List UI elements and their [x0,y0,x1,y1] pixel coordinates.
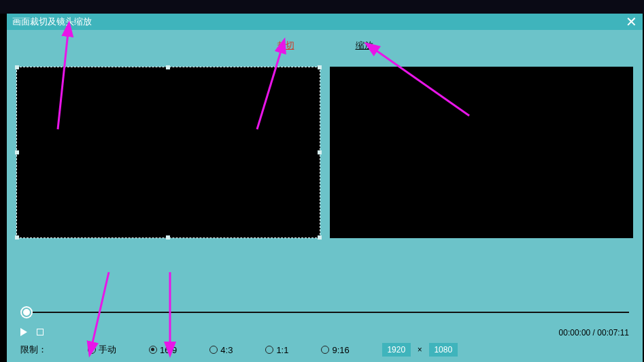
ratio-label: 9:16 [332,345,349,355]
radio-icon [149,346,157,354]
radio-icon [88,346,96,354]
ratio-9-16[interactable]: 9:16 [321,345,349,355]
crop-handle-top-right[interactable] [318,65,322,69]
width-input[interactable] [382,343,411,357]
ratio-manual[interactable]: 手动 [88,344,116,356]
ratio-16-9[interactable]: 16:9 [149,345,177,355]
ratio-label: 4:3 [220,345,233,355]
radio-icon [265,346,273,354]
height-input[interactable] [429,343,458,357]
crop-handle-mid-left[interactable] [15,150,19,154]
preview-area [7,53,643,238]
tab-crop[interactable]: 裁切 [277,39,294,53]
stop-icon[interactable] [37,329,44,335]
dialog-titlebar: 画面裁切及镜头缩放 ✕ [7,14,643,30]
ratio-label: 手动 [99,344,116,356]
crop-handle-top-center[interactable] [166,65,170,69]
crop-source-preview[interactable] [16,67,320,238]
ratio-1-1[interactable]: 1:1 [265,345,288,355]
crop-handle-bottom-left[interactable] [15,235,19,240]
time-current: 00:00:00 [559,328,591,338]
play-icon[interactable] [20,328,27,336]
time-display: 00:00:00 / 00:07:11 [559,328,629,338]
time-total: 00:07:11 [597,328,629,338]
time-separator: / [590,328,597,338]
crop-handle-mid-right[interactable] [318,150,322,154]
dimension-separator: × [418,345,422,355]
crop-handle-top-left[interactable] [15,65,19,69]
timeline-track [20,312,629,313]
playback-controls [20,328,44,336]
crop-handle-bottom-right[interactable] [318,235,322,240]
timeline-slider[interactable] [20,306,629,320]
radio-icon [209,346,218,354]
crop-result-preview [330,67,634,238]
tab-row: 裁切 缩放 [7,39,643,53]
timeline-thumb[interactable] [22,308,31,317]
constraint-label: 限制： [20,344,47,356]
crop-zoom-dialog: 画面裁切及镜头缩放 ✕ 裁切 缩放 00:00:00 / 00:07:11 限制… [7,14,643,362]
radio-icon [321,346,329,354]
tab-zoom[interactable]: 缩放 [356,39,373,53]
crop-handle-bottom-center[interactable] [166,235,170,240]
ratio-label: 16:9 [160,345,177,355]
close-icon[interactable]: ✕ [626,15,637,29]
dialog-title: 画面裁切及镜头缩放 [12,16,92,28]
app-background-bar [0,0,644,14]
ratio-4-3[interactable]: 4:3 [209,345,233,355]
ratio-label: 1:1 [276,345,288,355]
constraint-bar: 限制： 手动 16:9 4:3 1:1 9:16 × [20,343,629,357]
